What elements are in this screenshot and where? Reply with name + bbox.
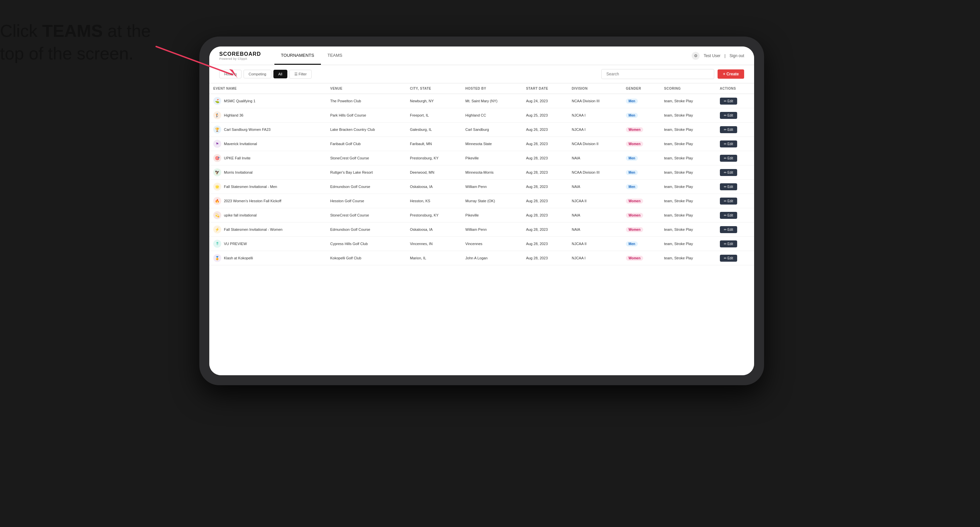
edit-button[interactable]: ✏ Edit xyxy=(720,140,737,148)
cell-date: Aug 28, 2023 xyxy=(522,137,568,151)
team-icon: 🏆 xyxy=(213,125,221,133)
cell-division: NAIA xyxy=(568,151,622,165)
team-icon: 🎯 xyxy=(213,154,221,162)
cell-venue: Edmundson Golf Course xyxy=(326,222,406,237)
cell-actions: ✏ Edit xyxy=(716,94,754,108)
search-input[interactable] xyxy=(601,69,714,79)
cell-venue: Lake Bracken Country Club xyxy=(326,122,406,137)
cell-hosted: Mt. Saint Mary (NY) xyxy=(461,94,522,108)
cell-date: Aug 28, 2023 xyxy=(522,222,568,237)
cell-actions: ✏ Edit xyxy=(716,179,754,194)
team-icon: ⚡ xyxy=(213,225,221,233)
table-row: 🎖 VU PREVIEW Cypress Hills Golf Club Vin… xyxy=(209,237,754,251)
sign-out-link[interactable]: Sign out xyxy=(730,54,744,58)
instruction-bold: TEAMS xyxy=(42,21,103,41)
gender-badge: Men xyxy=(626,241,638,246)
edit-button[interactable]: ✏ Edit xyxy=(720,155,737,162)
edit-button[interactable]: ✏ Edit xyxy=(720,183,737,190)
cell-event-name: ⛳ MSMC Qualifying 1 xyxy=(209,94,326,108)
cell-hosted: Carl Sandburg xyxy=(461,122,522,137)
edit-button[interactable]: ✏ Edit xyxy=(720,198,737,205)
cell-venue: The Powelton Club xyxy=(326,94,406,108)
cell-city: Prestonsburg, KY xyxy=(406,151,461,165)
edit-button[interactable]: ✏ Edit xyxy=(720,112,737,119)
event-name-text: Maverick Invitational xyxy=(224,142,257,146)
col-hosted-by: HOSTED BY xyxy=(461,83,522,94)
cell-city: Newburgh, NY xyxy=(406,94,461,108)
cell-actions: ✏ Edit xyxy=(716,237,754,251)
cell-event-name: ⚑ Maverick Invitational xyxy=(209,137,326,151)
cell-actions: ✏ Edit xyxy=(716,222,754,237)
settings-icon[interactable]: ⚙ xyxy=(692,52,700,60)
cell-date: Aug 28, 2023 xyxy=(522,251,568,265)
col-division: DIVISION xyxy=(568,83,622,94)
cell-division: NCAA Division III xyxy=(568,94,622,108)
all-button[interactable]: All xyxy=(274,70,287,78)
edit-button[interactable]: ✏ Edit xyxy=(720,126,737,133)
edit-button[interactable]: ✏ Edit xyxy=(720,226,737,233)
col-start-date: START DATE xyxy=(522,83,568,94)
cell-gender: Women xyxy=(622,251,660,265)
cell-event-name: 🏅 Klash at Kokopelli xyxy=(209,251,326,265)
cell-hosted: Pikeville xyxy=(461,208,522,222)
cell-division: NJCAA II xyxy=(568,194,622,208)
table-body: ⛳ MSMC Qualifying 1 The Powelton Club Ne… xyxy=(209,94,754,265)
gender-badge: Women xyxy=(626,141,643,146)
cell-venue: Cypress Hills Golf Club xyxy=(326,237,406,251)
cell-scoring: team, Stroke Play xyxy=(660,194,716,208)
arrow-annotation xyxy=(153,43,253,83)
edit-button[interactable]: ✏ Edit xyxy=(720,255,737,262)
tab-tournaments[interactable]: TOURNAMENTS xyxy=(274,47,321,65)
cell-actions: ✏ Edit xyxy=(716,194,754,208)
event-name-text: Fall Statesmen Invitational - Women xyxy=(224,227,282,232)
edit-button[interactable]: ✏ Edit xyxy=(720,169,737,176)
cell-hosted: Minnesota State xyxy=(461,137,522,151)
cell-division: NAIA xyxy=(568,222,622,237)
gender-badge: Women xyxy=(626,127,643,132)
gender-badge: Women xyxy=(626,256,643,261)
cell-hosted: Highland CC xyxy=(461,108,522,122)
event-name-text: upike fall invitational xyxy=(224,213,256,217)
cell-city: Freeport, IL xyxy=(406,108,461,122)
gender-badge: Men xyxy=(626,184,638,189)
filter-button[interactable]: ☰ Filter xyxy=(290,70,312,79)
edit-button[interactable]: ✏ Edit xyxy=(720,98,737,105)
team-icon: 💫 xyxy=(213,211,221,219)
table-row: ⛳ MSMC Qualifying 1 The Powelton Club Ne… xyxy=(209,94,754,108)
cell-gender: Women xyxy=(622,137,660,151)
create-button[interactable]: + Create xyxy=(718,70,744,79)
team-icon: 🏅 xyxy=(213,254,221,262)
cell-venue: Edmundson Golf Course xyxy=(326,179,406,194)
table-row: ⚑ Maverick Invitational Faribault Golf C… xyxy=(209,137,754,151)
cell-actions: ✏ Edit xyxy=(716,122,754,137)
cell-venue: Park Hills Golf Course xyxy=(326,108,406,122)
cell-venue: Faribault Golf Club xyxy=(326,137,406,151)
cell-event-name: 🦅 Morris Invitational xyxy=(209,165,326,179)
team-icon: 🌟 xyxy=(213,183,221,190)
edit-button[interactable]: ✏ Edit xyxy=(720,240,737,248)
table-row: 💫 upike fall invitational StoneCrest Gol… xyxy=(209,208,754,222)
cell-division: NJCAA II xyxy=(568,237,622,251)
cell-hosted: John A Logan xyxy=(461,251,522,265)
team-icon: 🎖 xyxy=(213,240,221,248)
cell-city: Vincennes, IN xyxy=(406,237,461,251)
edit-button[interactable]: ✏ Edit xyxy=(720,212,737,219)
gender-badge: Men xyxy=(626,170,638,175)
cell-date: Aug 28, 2023 xyxy=(522,151,568,165)
col-venue: VENUE xyxy=(326,83,406,94)
table-row: 🏅 Klash at Kokopelli Kokopelli Golf Club… xyxy=(209,251,754,265)
cell-city: Prestonsburg, KY xyxy=(406,208,461,222)
cell-scoring: team, Stroke Play xyxy=(660,179,716,194)
col-actions: ACTIONS xyxy=(716,83,754,94)
cell-hosted: Vincennes xyxy=(461,237,522,251)
gender-badge: Men xyxy=(626,98,638,103)
cell-hosted: Murray State (OK) xyxy=(461,194,522,208)
cell-gender: Men xyxy=(622,179,660,194)
cell-scoring: team, Stroke Play xyxy=(660,108,716,122)
col-gender: GENDER xyxy=(622,83,660,94)
cell-scoring: team, Stroke Play xyxy=(660,137,716,151)
table-row: 🌟 Fall Statesmen Invitational - Men Edmu… xyxy=(209,179,754,194)
col-scoring: SCORING xyxy=(660,83,716,94)
tab-teams[interactable]: TEAMS xyxy=(321,47,349,65)
tablet-screen: SCOREBOARD Powered by Clippit TOURNAMENT… xyxy=(209,46,754,375)
